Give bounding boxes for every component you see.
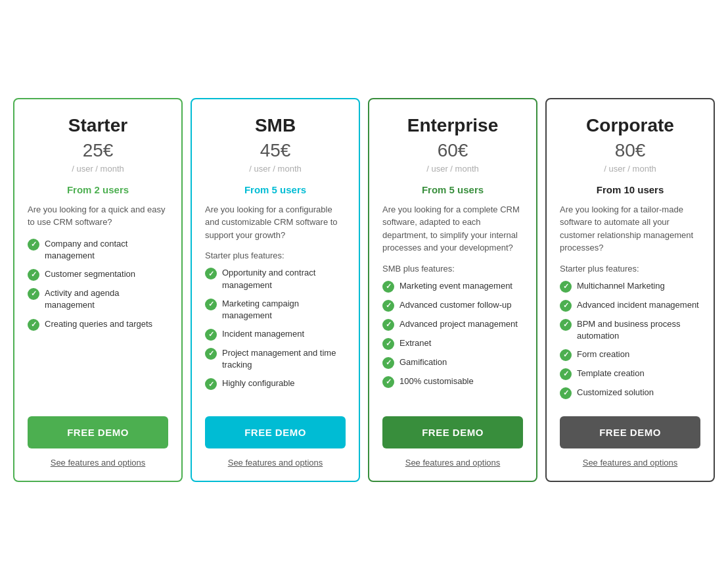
check-icon xyxy=(28,319,39,331)
feature-item: Template creation xyxy=(560,368,700,380)
feature-item: Multichannel Marketing xyxy=(560,280,700,293)
check-icon xyxy=(382,357,394,369)
check-icon xyxy=(205,329,217,341)
demo-button[interactable]: FREE DEMO xyxy=(382,416,523,448)
check-icon xyxy=(560,281,572,293)
see-features-link[interactable]: See features and options xyxy=(28,458,168,468)
feature-item: 100% customisable xyxy=(382,375,523,388)
feature-item: Opportunity and contract management xyxy=(205,267,346,291)
feature-item: Company and contact management xyxy=(28,238,168,262)
feature-item: Creating queries and targets xyxy=(28,318,168,331)
plan-card-smb: SMB 45€ / user / month From 5 users Are … xyxy=(191,98,360,482)
plan-users: From 5 users xyxy=(382,184,523,195)
section-label: Starter plus features: xyxy=(560,264,700,274)
feature-item: Advanced project management xyxy=(382,318,523,331)
section-label: SMB plus features: xyxy=(382,264,523,274)
check-icon xyxy=(560,387,572,399)
feature-item: Gamification xyxy=(382,356,523,369)
check-icon xyxy=(205,268,217,279)
feature-item: Form creation xyxy=(560,349,700,361)
see-features-link[interactable]: See features and options xyxy=(382,458,523,468)
check-icon xyxy=(560,368,572,380)
plan-name: Starter xyxy=(28,115,168,136)
plan-name: Corporate xyxy=(560,115,700,136)
check-icon xyxy=(382,281,394,293)
check-icon xyxy=(205,378,217,390)
plan-card-corporate: Corporate 80€ / user / month From 10 use… xyxy=(545,98,715,482)
plan-period: / user / month xyxy=(560,164,700,174)
plan-users: From 5 users xyxy=(205,184,346,195)
feature-item: Incident management xyxy=(205,328,346,341)
feature-item: Highly configurable xyxy=(205,377,346,390)
feature-item: Advanced incident management xyxy=(560,299,700,312)
see-features-link[interactable]: See features and options xyxy=(560,458,700,468)
plan-name: Enterprise xyxy=(382,115,523,136)
plan-users: From 10 users xyxy=(560,184,700,195)
plan-description: Are you looking for a complete CRM softw… xyxy=(382,203,523,254)
plan-price: 80€ xyxy=(560,140,700,161)
features-list: Multichannel Marketing Advanced incident… xyxy=(560,280,700,406)
check-icon xyxy=(382,338,394,350)
check-icon xyxy=(560,349,572,361)
see-features-link[interactable]: See features and options xyxy=(205,458,346,468)
plan-card-enterprise: Enterprise 60€ / user / month From 5 use… xyxy=(368,98,537,482)
feature-item: Extranet xyxy=(382,337,523,350)
check-icon xyxy=(28,288,39,300)
plan-period: / user / month xyxy=(205,164,346,174)
plan-description: Are you looking for a tailor-made softwa… xyxy=(560,203,700,254)
plan-card-starter: Starter 25€ / user / month From 2 users … xyxy=(13,98,183,482)
plan-price: 25€ xyxy=(28,140,168,161)
feature-item: Project management and time tracking xyxy=(205,347,346,371)
plan-name: SMB xyxy=(205,115,346,136)
plan-description: Are you looking for a configurable and c… xyxy=(205,203,346,242)
check-icon xyxy=(205,348,217,360)
plan-period: / user / month xyxy=(382,164,523,174)
check-icon xyxy=(560,300,572,312)
feature-item: Marketing campaign management xyxy=(205,298,346,322)
plan-price: 45€ xyxy=(205,140,346,161)
check-icon xyxy=(382,376,394,388)
features-list: Opportunity and contract management Mark… xyxy=(205,267,346,406)
features-list: Company and contact management Customer … xyxy=(28,238,168,406)
feature-item: Advanced customer follow-up xyxy=(382,299,523,312)
check-icon xyxy=(28,239,39,251)
demo-button[interactable]: FREE DEMO xyxy=(205,416,346,448)
pricing-grid: Starter 25€ / user / month From 2 users … xyxy=(13,98,715,482)
features-list: Marketing event management Advanced cust… xyxy=(382,280,523,406)
section-label: Starter plus features: xyxy=(205,251,346,260)
plan-price: 60€ xyxy=(382,140,523,161)
plan-period: / user / month xyxy=(28,164,168,174)
check-icon xyxy=(382,300,394,312)
feature-item: Marketing event management xyxy=(382,280,523,293)
check-icon xyxy=(560,319,572,331)
feature-item: BPM and business process automation xyxy=(560,318,700,342)
plan-description: Are you looking for a quick and easy to … xyxy=(28,203,168,229)
feature-item: Customer segmentation xyxy=(28,268,168,281)
check-icon xyxy=(28,269,39,281)
check-icon xyxy=(382,319,394,331)
plan-users: From 2 users xyxy=(28,184,168,195)
demo-button[interactable]: FREE DEMO xyxy=(28,416,168,448)
demo-button[interactable]: FREE DEMO xyxy=(560,416,700,448)
feature-item: Activity and agenda management xyxy=(28,287,168,311)
feature-item: Customized solution xyxy=(560,387,700,399)
check-icon xyxy=(205,299,217,310)
